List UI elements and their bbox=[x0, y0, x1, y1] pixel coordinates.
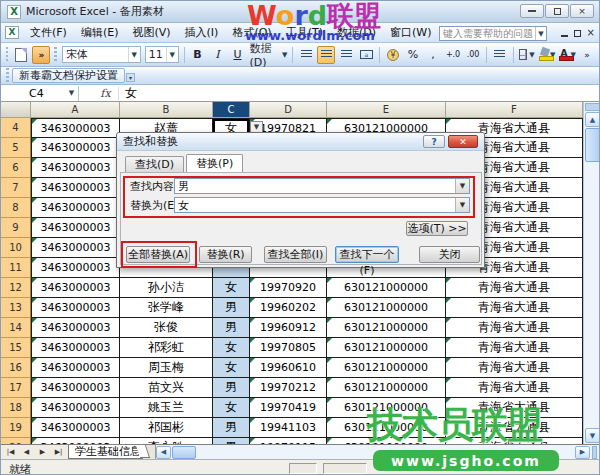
cell-d18[interactable]: 19970419 bbox=[250, 398, 327, 418]
find-what-input[interactable]: 男 ▼ bbox=[174, 178, 470, 194]
indent-button[interactable] bbox=[491, 46, 509, 64]
options-button[interactable]: 选项(T) >> bbox=[406, 221, 468, 236]
minimize-button[interactable] bbox=[520, 4, 544, 18]
row-header[interactable]: 16 bbox=[1, 358, 31, 378]
font-name-select[interactable]: 宋体 ▼ bbox=[62, 46, 141, 63]
cell-a11[interactable]: 3463000003 bbox=[31, 258, 120, 278]
cell-b17[interactable]: 苗文兴 bbox=[120, 378, 213, 398]
row-header[interactable]: 13 bbox=[1, 298, 31, 318]
cell-e17[interactable]: 630121000000 bbox=[327, 378, 446, 398]
toolbar-options-chevron[interactable]: ▾ bbox=[126, 73, 135, 82]
percent-button[interactable]: % bbox=[404, 46, 422, 64]
cell-d12[interactable]: 19970920 bbox=[250, 278, 327, 298]
menu-tools[interactable]: 工具(T) bbox=[279, 23, 330, 42]
cell-b19[interactable]: 祁国彬 bbox=[120, 418, 213, 438]
align-left-button[interactable] bbox=[297, 46, 315, 64]
menu-data[interactable]: 数据(D) bbox=[330, 23, 383, 42]
maximize-button[interactable] bbox=[545, 4, 569, 18]
row-header[interactable]: 9 bbox=[1, 218, 31, 238]
row-header[interactable]: 18 bbox=[1, 398, 31, 418]
toolbar-options-chevron[interactable]: » bbox=[578, 46, 596, 64]
chevron-down-icon[interactable]: ▼ bbox=[166, 47, 178, 62]
cell-c16[interactable]: 女 bbox=[213, 358, 250, 378]
workbook-icon[interactable]: X bbox=[5, 26, 19, 39]
italic-button[interactable]: I bbox=[208, 46, 226, 64]
cell-e18[interactable]: 630121000000 bbox=[327, 398, 446, 418]
horizontal-scroll-thumb[interactable] bbox=[172, 446, 196, 459]
dialog-title-bar[interactable]: 查找和替换 ? ✕ bbox=[117, 133, 484, 151]
cell-d16[interactable]: 19960610 bbox=[250, 358, 327, 378]
cell-b14[interactable]: 张俊 bbox=[120, 318, 213, 338]
cell-f19[interactable]: 青海省大通县 bbox=[446, 418, 583, 438]
toolbar-grip[interactable] bbox=[54, 47, 56, 63]
workbook-restore-button[interactable] bbox=[574, 30, 581, 37]
cell-a18[interactable]: 3463000003 bbox=[31, 398, 120, 418]
cell-a8[interactable]: 3463000003 bbox=[31, 198, 120, 218]
cell-e16[interactable]: 630121000000 bbox=[327, 358, 446, 378]
menu-insert[interactable]: 插入(I) bbox=[178, 23, 226, 42]
cell-e14[interactable]: 630121000000 bbox=[327, 318, 446, 338]
cell-d17[interactable]: 19970212 bbox=[250, 378, 327, 398]
cell-a14[interactable]: 3463000003 bbox=[31, 318, 120, 338]
chevron-down-icon[interactable]: ▼ bbox=[455, 179, 469, 193]
scroll-down-button[interactable]: ▼ bbox=[585, 428, 600, 443]
row-header[interactable]: 8 bbox=[1, 198, 31, 218]
horizontal-scrollbar[interactable]: ◀ ▶ bbox=[155, 445, 599, 459]
cell-b12[interactable]: 孙小洁 bbox=[120, 278, 213, 298]
scroll-up-button[interactable]: ▲ bbox=[585, 112, 600, 127]
row-header[interactable]: 5 bbox=[1, 138, 31, 158]
replace-with-input[interactable]: 女 ▼ bbox=[174, 197, 470, 213]
menu-window[interactable]: 窗口(W) bbox=[383, 23, 438, 42]
vertical-scroll-thumb[interactable] bbox=[585, 128, 600, 162]
chevron-down-icon[interactable]: ▼ bbox=[455, 198, 469, 212]
cell-f12[interactable]: 青海省大通县 bbox=[446, 278, 583, 298]
sheet-tab[interactable]: 学生基础信息 bbox=[68, 445, 143, 459]
cell-b16[interactable]: 周玉梅 bbox=[120, 358, 213, 378]
cell-a4[interactable]: 3463000003 bbox=[31, 118, 120, 138]
workbook-close-button[interactable]: × bbox=[587, 27, 595, 39]
fill-color-button[interactable]: ▼ bbox=[538, 46, 557, 64]
column-header-e[interactable]: E bbox=[327, 102, 446, 118]
menu-edit[interactable]: 编辑(E) bbox=[74, 23, 126, 42]
column-header-d[interactable]: D bbox=[250, 102, 327, 118]
cell-b13[interactable]: 张学峰 bbox=[120, 298, 213, 318]
comma-button[interactable]: , bbox=[424, 46, 442, 64]
cell-c13[interactable]: 男 bbox=[213, 298, 250, 318]
cell-a17[interactable]: 3463000003 bbox=[31, 378, 120, 398]
row-header[interactable]: 14 bbox=[1, 318, 31, 338]
chevron-down-icon[interactable]: ▼ bbox=[535, 27, 546, 40]
currency-button[interactable]: ¥ bbox=[384, 46, 402, 64]
row-header[interactable]: 11 bbox=[1, 258, 31, 278]
cell-f18[interactable]: 青海省大通县 bbox=[446, 398, 583, 418]
cell-a10[interactable]: 3463000003 bbox=[31, 238, 120, 258]
next-sheet-button[interactable]: ▶ bbox=[35, 446, 50, 458]
dialog-close-button[interactable]: ✕ bbox=[448, 135, 478, 148]
tab-replace[interactable]: 替换(P) bbox=[186, 154, 243, 172]
cell-a16[interactable]: 3463000003 bbox=[31, 358, 120, 378]
help-input[interactable]: 键入需要帮助的问题 ▼ bbox=[439, 26, 547, 41]
replace-button[interactable]: 替换(R) bbox=[199, 246, 252, 263]
menu-view[interactable]: 视图(V) bbox=[125, 23, 177, 42]
cell-c19[interactable]: 男 bbox=[213, 418, 250, 438]
vertical-split-box[interactable] bbox=[585, 103, 600, 111]
first-sheet-button[interactable]: |◀ bbox=[3, 446, 18, 458]
row-header[interactable]: 10 bbox=[1, 238, 31, 258]
row-header[interactable]: 12 bbox=[1, 278, 31, 298]
cell-d15[interactable]: 19970805 bbox=[250, 338, 327, 358]
merge-center-button[interactable]: a bbox=[357, 46, 375, 64]
name-box[interactable]: C4 ▼ bbox=[1, 86, 79, 101]
select-all-corner[interactable] bbox=[1, 102, 31, 118]
last-sheet-button[interactable]: ▶| bbox=[51, 446, 66, 458]
cell-e19[interactable]: 630121000000 bbox=[327, 418, 446, 438]
cell-f16[interactable]: 青海省大通县 bbox=[446, 358, 583, 378]
toolbar-grip[interactable] bbox=[6, 47, 8, 63]
cell-e12[interactable]: 630121000000 bbox=[327, 278, 446, 298]
cell-b18[interactable]: 姚玉兰 bbox=[120, 398, 213, 418]
cell-c12[interactable]: 女 bbox=[213, 278, 250, 298]
menu-format[interactable]: 格式(O) bbox=[225, 23, 278, 42]
chevron-down-icon[interactable]: ▼ bbox=[128, 47, 140, 62]
workbook-minimize-button[interactable] bbox=[561, 35, 568, 37]
cell-a6[interactable]: 3463000003 bbox=[31, 158, 120, 178]
column-header-c[interactable]: C bbox=[213, 102, 250, 118]
prev-sheet-button[interactable]: ◀ bbox=[19, 446, 34, 458]
